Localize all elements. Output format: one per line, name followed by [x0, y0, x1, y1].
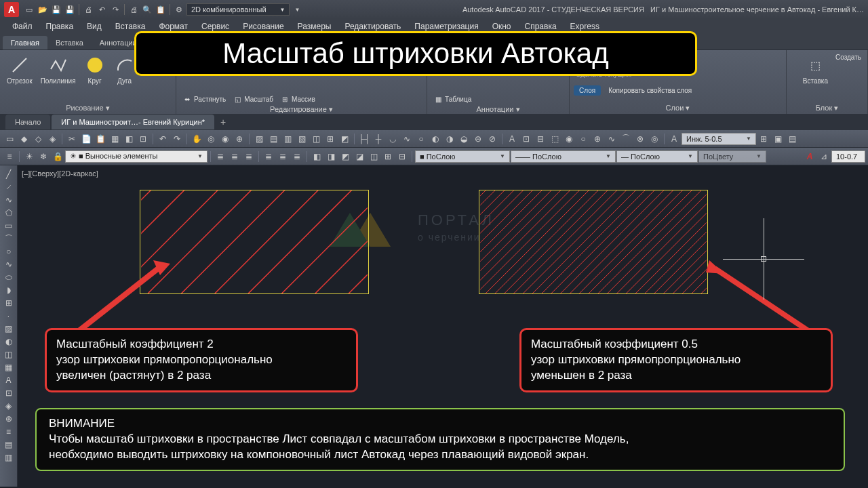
tb-layer-icon[interactable]: ≡ — [3, 150, 16, 163]
tb-icon[interactable]: ◐ — [429, 132, 442, 146]
gradient-tool-icon[interactable]: ◐ — [1, 336, 16, 348]
tb-icon[interactable]: ≣ — [276, 150, 290, 163]
panel-block-title[interactable]: Блок ▾ — [791, 102, 863, 114]
tb-icon[interactable]: ≣ — [228, 150, 241, 163]
tb-icon[interactable]: ◪ — [353, 150, 366, 163]
block-tool-icon[interactable]: ⊞ — [1, 297, 16, 309]
dim-style-combo[interactable]: Инж. 5-0.5▼ — [682, 133, 756, 145]
tb-icon[interactable]: ◩ — [338, 132, 351, 146]
new-icon[interactable]: ▭ — [23, 3, 35, 16]
redo-icon[interactable]: ↷ — [109, 3, 121, 16]
tb-icon[interactable]: ◑ — [443, 132, 456, 146]
pline-tool-icon[interactable]: ∿ — [1, 194, 16, 206]
saveas-icon[interactable]: 💾 — [64, 3, 76, 16]
layer-combo[interactable]: ☀ ■ Выносные элементы▼ — [65, 150, 208, 163]
app-logo-icon[interactable]: A — [4, 2, 19, 17]
region-tool-icon[interactable]: ◫ — [1, 348, 16, 361]
save-icon[interactable]: 💾 — [50, 3, 62, 16]
tb-icon[interactable]: ▤ — [785, 132, 799, 146]
panel-annot-title[interactable]: Аннотации ▾ — [431, 104, 565, 114]
preview-icon[interactable]: 🔍 — [141, 3, 153, 16]
spline-tool-icon[interactable]: ∿ — [1, 258, 16, 270]
tool-icon[interactable]: ⊡ — [1, 387, 16, 399]
tb-icon[interactable]: ∿ — [400, 132, 414, 146]
tb-icon[interactable]: ◧ — [310, 150, 323, 163]
tb-icon[interactable]: ▦ — [108, 132, 121, 146]
scale-button[interactable]: ◱Масштаб — [231, 94, 275, 104]
ellipsearc-tool-icon[interactable]: ◗ — [1, 284, 16, 296]
workspace-combo[interactable]: 2D комбинированный▼ — [186, 3, 290, 16]
tb-icon[interactable]: ⊘ — [486, 132, 499, 146]
publish-icon[interactable]: 📋 — [155, 3, 167, 16]
dropdown-icon[interactable]: ▼ — [291, 3, 303, 16]
tb-icon[interactable]: ⊟ — [395, 150, 409, 163]
tb-icon[interactable]: 🔒 — [51, 150, 64, 163]
tb-icon[interactable]: ⊞ — [381, 150, 395, 163]
tb-icon[interactable]: ○ — [414, 132, 428, 146]
tb-icon[interactable]: ◫ — [367, 150, 380, 163]
tb-icon[interactable]: ▥ — [281, 132, 294, 146]
tb-icon[interactable]: ≣ — [242, 150, 256, 163]
tb-icon[interactable]: ≣ — [262, 150, 275, 163]
circle-button[interactable]: Круг — [81, 53, 108, 86]
panel-modify-title[interactable]: Редактирование ▾ — [180, 104, 422, 114]
tb-icon[interactable]: ◎ — [648, 132, 661, 146]
tab-start[interactable]: Начало — [5, 115, 50, 129]
undo-icon[interactable]: ↶ — [96, 3, 108, 16]
tb-icon[interactable]: ▤ — [267, 132, 280, 146]
tb-icon[interactable]: ◫ — [309, 132, 323, 146]
menu-view[interactable]: Вид — [80, 20, 108, 33]
tb-icon[interactable]: ⊖ — [471, 132, 485, 146]
plot-icon[interactable]: 🖨 — [82, 3, 94, 16]
tb-icon[interactable]: ⊕ — [233, 132, 246, 146]
menu-edit[interactable]: Правка — [39, 20, 81, 33]
color-combo[interactable]: ■ ПоСлою▼ — [415, 150, 510, 163]
xline-tool-icon[interactable]: ⟋ — [1, 181, 16, 193]
text-tool-icon[interactable]: A — [1, 374, 16, 386]
tb-icon[interactable]: ⌒ — [619, 132, 633, 146]
point-tool-icon[interactable]: · — [1, 310, 16, 322]
tool-icon[interactable]: ◈ — [1, 400, 16, 412]
tb-icon[interactable]: ⬚ — [548, 132, 561, 146]
tb-icon[interactable]: ▣ — [771, 132, 785, 146]
tool-icon[interactable]: ▤ — [1, 439, 16, 451]
tb-cut-icon[interactable]: ✂ — [65, 132, 79, 146]
print-icon[interactable]: 🖨 — [127, 3, 140, 16]
menu-file[interactable]: Файл — [5, 20, 39, 33]
table-button[interactable]: ▦Таблица — [431, 94, 473, 104]
panel-layers-title[interactable]: Слои ▾ — [574, 102, 782, 114]
tb-icon[interactable]: ◨ — [324, 150, 338, 163]
tb-icon[interactable]: ◇ — [31, 132, 45, 146]
open-icon[interactable]: 📂 — [37, 3, 49, 16]
lineweight-combo[interactable]: — ПоСлою▼ — [616, 150, 698, 163]
tb-icon[interactable]: ⊟ — [534, 132, 547, 146]
tb-icon[interactable]: ⊗ — [633, 132, 647, 146]
tb-dim-icon[interactable]: ├┤ — [357, 132, 371, 146]
tb-icon[interactable]: ⊞ — [757, 132, 770, 146]
tb-icon[interactable]: ◎ — [204, 132, 218, 146]
rect-tool-icon[interactable]: ▭ — [1, 220, 16, 232]
panel-draw-title[interactable]: Рисование ▾ — [4, 102, 172, 114]
linetype-combo[interactable]: —— ПоСлою▼ — [511, 150, 616, 163]
circle-tool-icon[interactable]: ○ — [1, 245, 16, 258]
tb-icon[interactable]: ⊡ — [519, 132, 533, 146]
tb-icon[interactable]: ⊡ — [136, 132, 150, 146]
tb-hatch-icon[interactable]: ▨ — [252, 132, 266, 146]
viewport-label[interactable]: [–][Сверху][2D-каркас] — [22, 169, 98, 178]
tb-icon[interactable]: ◒ — [457, 132, 471, 146]
stretch-button[interactable]: ⬌Растянуть — [180, 94, 228, 104]
tb-icon[interactable]: ☀ — [22, 150, 36, 163]
tool-icon[interactable]: ≡ — [1, 426, 16, 438]
line-tool-icon[interactable]: ╱ — [1, 168, 16, 180]
tb-icon[interactable]: A — [505, 132, 519, 146]
tb-icon[interactable]: ◡ — [386, 132, 399, 146]
tb-icon[interactable]: ⊞ — [323, 132, 337, 146]
tb-icon[interactable]: ≣ — [290, 150, 304, 163]
create-block-button[interactable]: Создать — [833, 53, 863, 62]
table-tool-icon[interactable]: ▦ — [1, 361, 16, 373]
tb-undo-icon[interactable]: ↶ — [156, 132, 170, 146]
tb-icon[interactable]: ▭ — [3, 132, 16, 146]
tb-anno-icon[interactable]: A — [803, 150, 816, 163]
tab-insert[interactable]: Вставка — [47, 36, 92, 49]
arc-tool-icon[interactable]: ⌒ — [1, 232, 16, 245]
